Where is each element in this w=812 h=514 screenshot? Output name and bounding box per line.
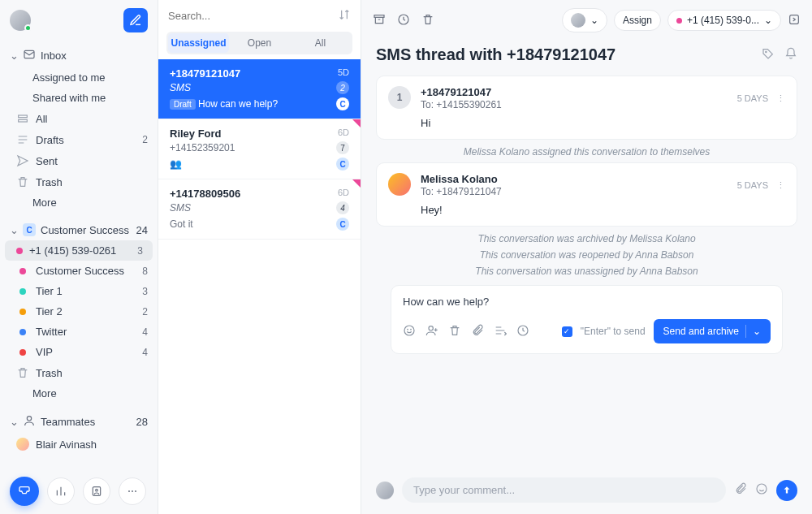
nav-assigned-to-me[interactable]: Assigned to me bbox=[0, 67, 158, 88]
tag-icon[interactable] bbox=[762, 47, 775, 63]
svg-point-7 bbox=[132, 490, 133, 492]
team-tag: C bbox=[336, 218, 349, 231]
more-icon[interactable]: ⋮ bbox=[776, 93, 785, 104]
send-comment-button[interactable] bbox=[776, 480, 797, 501]
svg-rect-1 bbox=[19, 115, 28, 118]
svg-point-3 bbox=[27, 417, 31, 421]
flag-icon bbox=[352, 119, 361, 127]
flag-icon bbox=[352, 179, 361, 188]
svg-point-13 bbox=[404, 326, 414, 335]
message-body: Hey! bbox=[421, 204, 785, 216]
draft-badge: Draft bbox=[170, 99, 196, 110]
nav-channel-vip[interactable]: VIP4 bbox=[0, 342, 158, 362]
system-event: This conversation was reopened by Anna B… bbox=[376, 249, 797, 261]
teammates-section-header[interactable]: ⌄ Teammates 28 bbox=[0, 410, 158, 434]
svg-rect-9 bbox=[374, 15, 384, 17]
chevron-down-icon: ⌄ bbox=[10, 50, 18, 62]
nav-drafts[interactable]: Drafts2 bbox=[0, 129, 158, 150]
message-from: Melissa Kolano bbox=[421, 173, 502, 185]
team-tag: C bbox=[336, 158, 349, 171]
svg-rect-11 bbox=[790, 15, 799, 24]
comment-bar: Type your comment... bbox=[361, 468, 812, 514]
inbox-section-header[interactable]: ⌄ Inbox bbox=[0, 44, 158, 67]
template-icon[interactable] bbox=[494, 324, 507, 339]
customer-success-section-header[interactable]: ⌄ C Customer Success 24 bbox=[0, 219, 158, 240]
send-button[interactable]: Send and archive ⌄ bbox=[654, 319, 771, 343]
nav-channel-tier2[interactable]: Tier 22 bbox=[0, 301, 158, 322]
enter-to-send-label: "Enter" to send bbox=[581, 326, 646, 337]
thread-title: SMS thread with +18479121047 bbox=[376, 45, 762, 64]
conversation-list-pane: Unassigned Open All +184791210475D SMS2 … bbox=[158, 0, 361, 514]
more-icon[interactable]: ⋮ bbox=[776, 180, 785, 191]
nav-more[interactable]: More bbox=[0, 192, 158, 213]
search-input[interactable] bbox=[168, 10, 331, 22]
assign-button[interactable]: Assign bbox=[614, 10, 661, 31]
svg-point-18 bbox=[757, 484, 767, 494]
compose-button[interactable] bbox=[123, 8, 148, 32]
trash-icon[interactable] bbox=[421, 13, 434, 28]
nav-channel-twitter[interactable]: Twitter4 bbox=[0, 322, 158, 342]
main-pane: ⌄ Assign +1 (415) 539-0...⌄ SMS thread w… bbox=[361, 0, 812, 514]
nav-all[interactable]: All bbox=[0, 108, 158, 129]
trash-icon bbox=[16, 175, 29, 188]
presence-indicator bbox=[24, 24, 32, 32]
chevron-down-icon: ⌄ bbox=[590, 15, 598, 26]
channel-pill[interactable]: +1 (415) 539-0...⌄ bbox=[667, 10, 781, 31]
team-tag: C bbox=[336, 97, 349, 110]
conversation-item[interactable]: Riley Ford6D +141523592017 👥C bbox=[158, 119, 361, 179]
composer-input[interactable] bbox=[403, 296, 771, 308]
conversation-item[interactable]: +184791210475D SMS2 Draft How can we hel… bbox=[158, 59, 361, 119]
draft-icon bbox=[16, 133, 29, 146]
svg-point-5 bbox=[96, 489, 98, 491]
inbox-fab-button[interactable] bbox=[10, 477, 39, 506]
nav-channel-tier1[interactable]: Tier 13 bbox=[0, 281, 158, 301]
attachment-icon[interactable] bbox=[471, 324, 484, 339]
system-event: This conversation was archived by Meliss… bbox=[376, 233, 797, 244]
emoji-icon[interactable] bbox=[755, 482, 768, 498]
add-person-icon[interactable] bbox=[425, 324, 438, 339]
svg-point-6 bbox=[128, 490, 130, 492]
trash-icon[interactable] bbox=[448, 324, 461, 339]
more-button[interactable] bbox=[119, 477, 146, 505]
attachment-icon[interactable] bbox=[734, 482, 747, 498]
nav-trash[interactable]: Trash bbox=[0, 171, 158, 192]
nav-channel-cs[interactable]: Customer Success8 bbox=[0, 261, 158, 281]
chevron-down-icon[interactable]: ⌄ bbox=[753, 326, 761, 337]
bell-icon[interactable] bbox=[784, 47, 797, 63]
assignee-pill[interactable]: ⌄ bbox=[562, 8, 607, 32]
chevron-down-icon: ⌄ bbox=[10, 416, 18, 428]
expand-icon[interactable] bbox=[788, 13, 801, 28]
emoji-icon[interactable] bbox=[403, 324, 416, 339]
contacts-button[interactable] bbox=[83, 477, 110, 505]
trash-icon bbox=[16, 366, 29, 379]
schedule-icon[interactable] bbox=[516, 324, 529, 339]
person-icon bbox=[23, 414, 36, 430]
user-avatar[interactable] bbox=[10, 10, 31, 31]
enter-to-send-checkbox[interactable]: ✓ bbox=[562, 326, 572, 337]
snooze-icon[interactable] bbox=[397, 13, 410, 28]
send-icon bbox=[16, 154, 29, 167]
tab-unassigned[interactable]: Unassigned bbox=[168, 33, 229, 53]
analytics-button[interactable] bbox=[47, 477, 75, 505]
message-age: 5 DAYS bbox=[737, 180, 768, 190]
tab-open[interactable]: Open bbox=[229, 33, 290, 53]
conversation-item[interactable]: +141788095066D SMS4 Got itC bbox=[158, 179, 361, 240]
tab-all[interactable]: All bbox=[290, 33, 351, 53]
sort-icon[interactable] bbox=[338, 8, 351, 24]
nav-cs-trash[interactable]: Trash bbox=[0, 362, 158, 383]
nav-channel-phone[interactable]: +1 (415) 539-02613 bbox=[5, 240, 153, 261]
sidebar: ⌄ Inbox Assigned to me Shared with me Al… bbox=[0, 0, 158, 514]
svg-point-15 bbox=[411, 329, 412, 330]
comment-input[interactable]: Type your comment... bbox=[402, 477, 726, 503]
nav-sent[interactable]: Sent bbox=[0, 150, 158, 171]
nav-shared-with-me[interactable]: Shared with me bbox=[0, 88, 158, 108]
nav-cs-more[interactable]: More bbox=[0, 383, 158, 404]
svg-point-16 bbox=[429, 326, 433, 330]
avatar-icon bbox=[16, 438, 29, 451]
system-event: This conversation was unassigned by Anna… bbox=[376, 266, 797, 277]
chevron-down-icon: ⌄ bbox=[10, 224, 18, 236]
archive-icon[interactable] bbox=[373, 13, 386, 28]
message-from: +18479121047 bbox=[421, 86, 502, 98]
message-age: 5 DAYS bbox=[737, 93, 768, 103]
nav-teammate-blair[interactable]: Blair Avinash bbox=[0, 434, 158, 455]
